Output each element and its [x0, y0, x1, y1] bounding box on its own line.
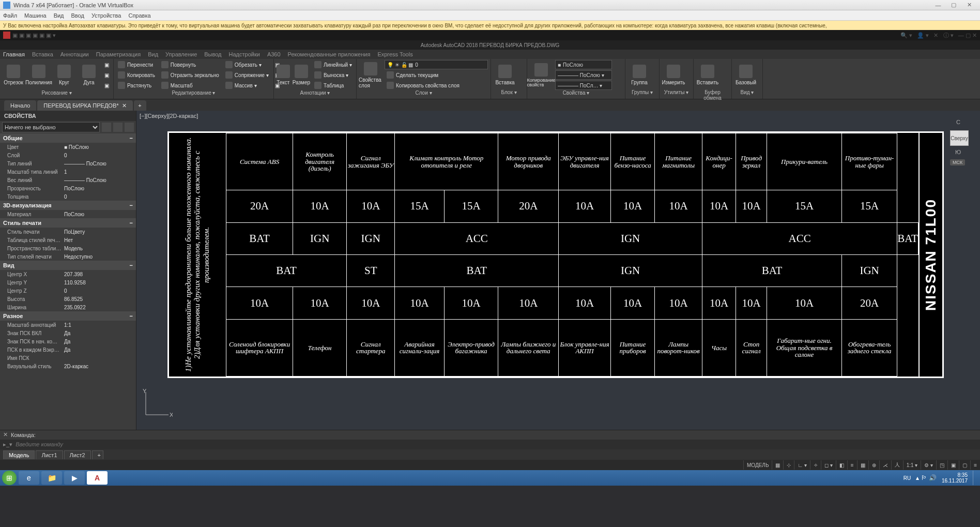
- table-button[interactable]: Таблица: [312, 81, 354, 90]
- file-tab-doc[interactable]: ПЕРЕВОД БИРКА ПРЕДОВ*✕: [37, 100, 132, 111]
- command-input[interactable]: [16, 441, 977, 447]
- status-model[interactable]: МОДЕЛЬ: [743, 460, 772, 470]
- tab-output[interactable]: Вывод: [204, 51, 221, 57]
- draw-extra-2[interactable]: ▣: [102, 70, 111, 80]
- polyline-button[interactable]: Полилиния: [27, 65, 51, 85]
- select-icon[interactable]: [125, 123, 134, 132]
- group-button[interactable]: Группа: [627, 65, 651, 85]
- tab-layout2[interactable]: Лист2: [64, 450, 91, 459]
- prop-row[interactable]: Высота86.8525: [0, 295, 136, 303]
- linear-button[interactable]: Линейный ▾: [312, 60, 354, 69]
- prop-row[interactable]: Центр Y110.9258: [0, 278, 136, 287]
- viewport-controls[interactable]: [−][Сверху][2D-каркас]: [140, 113, 198, 119]
- prop-row[interactable]: Толщина0: [0, 192, 136, 201]
- tab-addins[interactable]: Надстройки: [229, 51, 260, 57]
- viewcube[interactable]: С Сверху Ю МСК: [945, 121, 974, 150]
- prop-row[interactable]: Слой0: [0, 151, 136, 159]
- copy-button[interactable]: Копировать: [116, 70, 157, 80]
- status-3dosnap-icon[interactable]: ◧: [836, 460, 847, 470]
- prop-row[interactable]: МатериалПоСлою: [0, 210, 136, 218]
- prop-row[interactable]: Цвет■ ПоСлою: [0, 143, 136, 151]
- baseview-button[interactable]: Базовый: [734, 65, 758, 85]
- stretch-button[interactable]: Растянуть: [116, 81, 157, 90]
- draw-extra-1[interactable]: ▣: [102, 60, 111, 69]
- status-iso-icon[interactable]: ◳: [936, 460, 947, 470]
- status-custom-icon[interactable]: ≡: [970, 460, 980, 470]
- tab-model[interactable]: Модель: [3, 450, 35, 459]
- file-tab-start[interactable]: Начало: [4, 100, 36, 111]
- props-group-print[interactable]: Стиль печати: [0, 218, 136, 228]
- text-button[interactable]: Текст: [276, 65, 290, 85]
- mirror-button[interactable]: Отразить зеркально: [159, 70, 221, 80]
- vb-menu-view[interactable]: Вид: [54, 12, 64, 19]
- matchprops-button[interactable]: Копирование свойств: [529, 63, 553, 87]
- scale-button[interactable]: Масштаб: [159, 81, 221, 90]
- prop-row[interactable]: Таблица стилей печ…Нет: [0, 236, 136, 244]
- tab-view[interactable]: Вид: [148, 51, 158, 57]
- cmd-close-icon[interactable]: ✕: [3, 431, 8, 438]
- tab-featured[interactable]: Рекомендованные приложения: [288, 51, 371, 57]
- make-current-button[interactable]: Сделать текущим: [385, 70, 488, 80]
- prop-row[interactable]: Имя ПСК: [0, 354, 136, 362]
- color-dropdown[interactable]: ■ ПоСлою: [555, 60, 612, 69]
- move-button[interactable]: Перенести: [116, 60, 157, 69]
- match-layer-button[interactable]: Копировать свойства слоя: [385, 81, 488, 90]
- prop-row[interactable]: Масштаб типа линий1: [0, 168, 136, 176]
- tab-home[interactable]: Главная: [3, 51, 25, 57]
- lweight-dropdown[interactable]: ———— ПоСл… ▾: [555, 81, 612, 90]
- vb-menu-input[interactable]: Ввод: [71, 12, 84, 19]
- minimize-button[interactable]: —: [930, 1, 946, 10]
- taskbar-explorer[interactable]: 📁: [41, 471, 62, 485]
- prop-row[interactable]: Знак ПСК в нач. ко…Да: [0, 337, 136, 345]
- prop-row[interactable]: Вес линий———— ПоСлою: [0, 176, 136, 184]
- file-tab-add[interactable]: +: [134, 100, 146, 111]
- show-desktop[interactable]: [973, 471, 978, 485]
- status-snap-icon[interactable]: ⊹: [783, 460, 794, 470]
- status-cycle-icon[interactable]: ⊕: [868, 460, 879, 470]
- prop-row[interactable]: Знак ПСК ВКЛДа: [0, 329, 136, 337]
- paste-button[interactable]: Вставить: [696, 65, 719, 85]
- taskbar-clock[interactable]: 8:3516.11.2017: [939, 472, 971, 484]
- pickadd-icon[interactable]: [113, 123, 122, 132]
- vb-menu-devices[interactable]: Устройства: [91, 12, 121, 19]
- prop-row[interactable]: ПСК в каждом Вэкр…Да: [0, 345, 136, 354]
- status-annoscale-icon[interactable]: ⋌: [879, 460, 891, 470]
- tab-express[interactable]: Express Tools: [377, 51, 412, 57]
- prop-row[interactable]: Ширина235.0922: [0, 303, 136, 311]
- prop-row[interactable]: Тип стилей печатиНедоступно: [0, 252, 136, 261]
- props-group-misc[interactable]: Разное: [0, 311, 136, 321]
- vb-menu-file[interactable]: Файл: [3, 12, 17, 19]
- rotate-button[interactable]: Повернуть: [159, 60, 221, 69]
- prop-row[interactable]: Стиль печатиПоЦвету: [0, 228, 136, 236]
- selection-dropdown[interactable]: Ничего не выбрано: [2, 122, 100, 132]
- taskbar-autocad[interactable]: A: [87, 471, 108, 485]
- close-icon[interactable]: ✕: [122, 102, 127, 109]
- maximize-button[interactable]: ▢: [946, 1, 961, 10]
- arc-button[interactable]: Дуга: [78, 65, 100, 85]
- quickselect-icon[interactable]: [102, 123, 111, 132]
- tab-annot[interactable]: Аннотации: [60, 51, 89, 57]
- drawing-canvas[interactable]: [−][Сверху][2D-каркас] С Сверху Ю МСК 1)…: [136, 111, 980, 430]
- vb-menu-machine[interactable]: Машина: [24, 12, 47, 19]
- draw-extra-3[interactable]: ▣: [102, 81, 111, 90]
- prop-row[interactable]: Тип линий———— ПоСлою: [0, 159, 136, 168]
- tab-a360[interactable]: A360: [267, 51, 281, 57]
- fillet-button[interactable]: Сопряжение ▾: [223, 70, 271, 80]
- status-polar-icon[interactable]: ✧: [810, 460, 821, 470]
- status-scale[interactable]: 1:1 ▾: [903, 460, 921, 470]
- dim-button[interactable]: Размер: [293, 65, 310, 85]
- tab-add-layout[interactable]: +: [92, 450, 103, 459]
- status-grid-icon[interactable]: ▦: [772, 460, 783, 470]
- array-button[interactable]: Массив ▾: [223, 81, 271, 90]
- trim-button[interactable]: Обрезать ▾: [223, 60, 271, 69]
- status-lweight-icon[interactable]: ≡: [847, 460, 857, 470]
- tab-manage[interactable]: Управление: [165, 51, 197, 57]
- layer-dropdown[interactable]: 💡 ☀ 🔓 ▦ 0: [385, 60, 488, 69]
- taskbar-media[interactable]: ▶: [64, 471, 85, 485]
- status-gear-icon[interactable]: ⚙ ▾: [921, 460, 936, 470]
- taskbar-lang[interactable]: RU: [904, 475, 911, 481]
- tab-param[interactable]: Параметризация: [96, 51, 141, 57]
- status-osnap-icon[interactable]: ◻ ▾: [821, 460, 836, 470]
- tray-icons[interactable]: ▴ 🏳 🔊: [916, 474, 937, 481]
- measure-button[interactable]: Измерить: [662, 65, 685, 85]
